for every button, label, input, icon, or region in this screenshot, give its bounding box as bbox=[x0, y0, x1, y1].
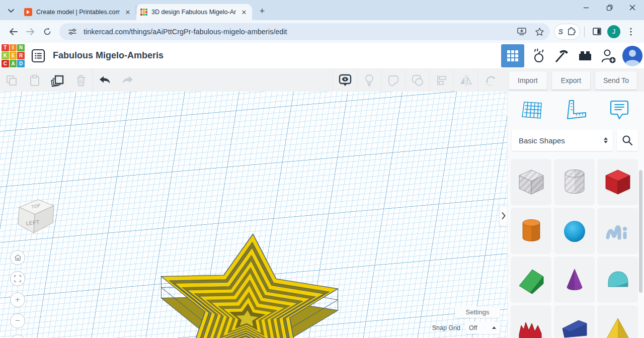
panel-scrollbar[interactable] bbox=[639, 170, 642, 293]
panel-tools bbox=[508, 92, 644, 122]
paste-icon bbox=[29, 74, 40, 87]
mirror-button[interactable] bbox=[453, 69, 477, 92]
shape-cone[interactable] bbox=[554, 257, 595, 303]
magnet-icon bbox=[484, 74, 497, 87]
copy-button[interactable] bbox=[0, 69, 23, 92]
tinkercad-logo[interactable]: T I N K E R C A D bbox=[2, 44, 25, 67]
snap-grid-label: Snap Grid bbox=[432, 324, 460, 331]
export-button[interactable]: Export bbox=[552, 71, 590, 90]
select-arrows-icon bbox=[604, 137, 608, 143]
tab-printables[interactable]: Create model | Printables.com ✕ bbox=[20, 4, 136, 20]
shape-search-button[interactable] bbox=[617, 130, 638, 151]
cylinder-hole-thumbnail bbox=[558, 166, 591, 198]
panel-collapse-handle[interactable] bbox=[499, 205, 507, 226]
install-app-button[interactable] bbox=[515, 25, 529, 39]
notes-icon bbox=[609, 100, 629, 121]
shape-sphere[interactable] bbox=[554, 208, 595, 254]
workplane-tool[interactable] bbox=[521, 99, 544, 122]
paste-button[interactable] bbox=[23, 69, 46, 92]
account-avatar[interactable] bbox=[622, 45, 643, 66]
shape-box[interactable] bbox=[597, 159, 638, 205]
snap-grid-value: Off bbox=[469, 324, 477, 331]
ungroup-button[interactable] bbox=[405, 69, 429, 92]
zoom-in-button[interactable]: + bbox=[10, 292, 25, 307]
ruler-icon bbox=[566, 100, 587, 121]
logo-letter: T bbox=[2, 44, 9, 52]
lego-brick-icon bbox=[578, 50, 593, 62]
zoom-out-button[interactable]: − bbox=[10, 313, 25, 328]
import-button[interactable]: Import bbox=[509, 71, 547, 90]
fit-view-button[interactable] bbox=[10, 271, 25, 286]
close-window-button[interactable] bbox=[621, 0, 644, 15]
invite-collaborator-button[interactable] bbox=[597, 44, 620, 67]
restore-icon bbox=[606, 5, 613, 11]
shape-roof[interactable] bbox=[511, 257, 551, 303]
site-settings-icon[interactable] bbox=[65, 25, 79, 39]
shape-category-value: Basic Shapes bbox=[519, 136, 565, 145]
extensions-puzzle-icon[interactable] bbox=[567, 27, 576, 36]
view-cube[interactable]: TOP LEFT bbox=[11, 192, 59, 240]
shape-pyramid[interactable] bbox=[597, 305, 638, 338]
url-text[interactable]: tinkercad.com/things/aAiPttCrgPr-fabulou… bbox=[84, 28, 511, 36]
settings-button[interactable]: Settings bbox=[455, 306, 500, 318]
back-button[interactable] bbox=[5, 24, 21, 40]
notes-tool[interactable] bbox=[608, 99, 631, 122]
redo-button[interactable] bbox=[116, 69, 139, 92]
browser-menu-button[interactable] bbox=[623, 24, 639, 40]
magnet-button[interactable] bbox=[477, 69, 502, 92]
restore-button[interactable] bbox=[598, 0, 621, 15]
delete-button[interactable] bbox=[69, 69, 93, 92]
home-view-button[interactable] bbox=[10, 250, 25, 265]
profile-button[interactable]: J bbox=[606, 24, 622, 40]
lightbulb-icon bbox=[364, 74, 374, 87]
browser-titlebar: Create model | Printables.com ✕ 3D desig… bbox=[0, 0, 644, 20]
show-all-button[interactable] bbox=[333, 69, 357, 92]
star-model[interactable] bbox=[140, 221, 356, 338]
tab-tinkercad-active[interactable]: 3D design Fabulous Migelo-An ✕ bbox=[136, 4, 252, 20]
group-icon bbox=[387, 74, 400, 87]
extension-s-badge[interactable]: S bbox=[558, 28, 563, 36]
shape-text[interactable] bbox=[511, 305, 551, 338]
align-button[interactable] bbox=[429, 69, 453, 92]
shape-wedge[interactable] bbox=[554, 305, 595, 338]
design-title[interactable]: Fabulous Migelo-Amberis bbox=[53, 50, 164, 61]
tab-search-button[interactable] bbox=[4, 4, 18, 18]
sim-lab-button[interactable] bbox=[527, 44, 550, 67]
chevron-right-icon bbox=[502, 212, 506, 219]
design-menu-button[interactable] bbox=[31, 48, 46, 63]
shape-round-roof[interactable] bbox=[597, 257, 638, 303]
chevron-down-icon bbox=[8, 9, 14, 13]
undo-button[interactable] bbox=[93, 69, 116, 92]
browser-addressbar: tinkercad.com/things/aAiPttCrgPr-fabulou… bbox=[0, 20, 644, 43]
forward-button[interactable] bbox=[22, 24, 38, 40]
shape-cylinder[interactable] bbox=[511, 208, 551, 254]
pickaxe-icon bbox=[554, 48, 570, 63]
tab-close-icon[interactable]: ✕ bbox=[240, 8, 248, 16]
side-panel-button[interactable] bbox=[589, 24, 605, 40]
shape-cylinder-hole[interactable] bbox=[554, 159, 595, 205]
hide-selected-button[interactable] bbox=[357, 69, 381, 92]
header-actions bbox=[501, 43, 644, 68]
shape-category-select[interactable]: Basic Shapes bbox=[512, 130, 613, 151]
snap-grid-select[interactable]: Off bbox=[465, 321, 500, 334]
duplicate-button[interactable] bbox=[46, 69, 69, 92]
send-to-button[interactable]: Send To bbox=[595, 71, 637, 90]
new-tab-button[interactable]: + bbox=[255, 4, 269, 18]
bookmark-button[interactable] bbox=[533, 25, 547, 39]
tab-close-icon[interactable]: ✕ bbox=[124, 8, 132, 16]
pyramid-thumbnail bbox=[602, 312, 634, 338]
minimize-button[interactable] bbox=[575, 0, 598, 15]
brick-view-button[interactable] bbox=[574, 44, 597, 67]
tab-title: Create model | Printables.com bbox=[36, 9, 120, 16]
minecraft-export-button[interactable] bbox=[550, 44, 574, 67]
workplane-grid-icon bbox=[521, 100, 543, 120]
reload-button[interactable] bbox=[39, 24, 55, 40]
back-icon bbox=[9, 28, 18, 35]
3d-canvas[interactable]: TOP LEFT + − bbox=[0, 92, 507, 338]
shape-box-hole[interactable] bbox=[511, 159, 551, 205]
ruler-tool[interactable] bbox=[565, 99, 588, 122]
url-bar[interactable]: tinkercad.com/things/aAiPttCrgPr-fabulou… bbox=[59, 23, 550, 40]
group-button[interactable] bbox=[381, 69, 405, 92]
shape-scribble[interactable] bbox=[597, 208, 638, 254]
blocks-view-button[interactable] bbox=[501, 44, 524, 67]
